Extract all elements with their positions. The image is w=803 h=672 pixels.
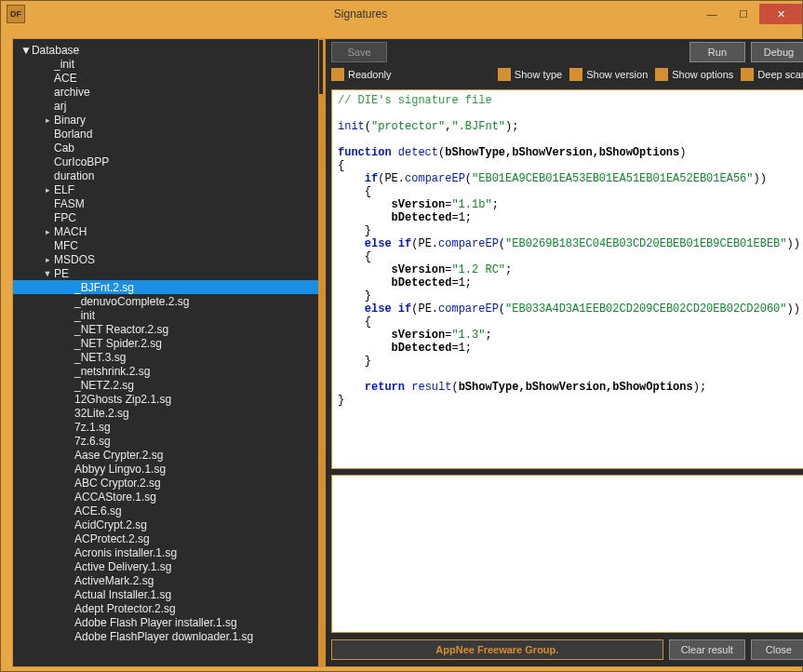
tree-item[interactable]: Borland xyxy=(13,127,324,141)
window-close-button[interactable]: ✕ xyxy=(759,4,802,24)
brand-link[interactable]: AppNee Freeware Group. xyxy=(435,644,558,655)
tree-root[interactable]: ▼Database xyxy=(13,43,324,57)
tree-item[interactable]: 7z.1.sg xyxy=(13,420,324,434)
tree-item[interactable]: Cab xyxy=(13,141,324,155)
tree-item[interactable]: 32Lite.2.sg xyxy=(13,406,324,420)
database-tree[interactable]: ▼Database_initACEarchivearj▸BinaryBorlan… xyxy=(13,39,324,666)
tree-item[interactable]: archive xyxy=(13,85,324,99)
signatures-window: DF Signatures — ☐ ✕ ▼Database_initACEarc… xyxy=(0,0,803,672)
code-editor[interactable]: // DIE's signature file init("protector"… xyxy=(331,89,803,469)
tree-item[interactable]: 12Ghosts Zip2.1.sg xyxy=(13,392,324,406)
tree-item[interactable]: ▼PE xyxy=(13,266,324,280)
tree-item[interactable]: 7z.6.sg xyxy=(13,434,324,448)
options-row: Readonly Show type Show version Show opt… xyxy=(326,65,803,87)
tree-item[interactable]: ABC Cryptor.2.sg xyxy=(13,476,324,490)
show-options-checkbox[interactable]: Show options xyxy=(655,68,733,81)
tree-item[interactable]: _BJFnt.2.sg xyxy=(13,280,324,294)
output-panel[interactable] xyxy=(331,475,803,633)
tree-item[interactable]: _NETZ.2.sg xyxy=(13,378,324,392)
deep-scan-checkbox[interactable]: Deep scan xyxy=(741,68,803,81)
tree-item[interactable]: ▸ELF xyxy=(13,182,324,196)
debug-button[interactable]: Debug xyxy=(751,42,803,62)
editor-toolbar: Save Run Debug xyxy=(326,39,803,65)
tree-scrollbar[interactable] xyxy=(318,39,324,666)
tree-item[interactable]: Adept Protector.2.sg xyxy=(13,601,324,615)
editor-pane: Save Run Debug Readonly Show type Show v… xyxy=(326,39,803,666)
tree-item[interactable]: _denuvoComplete.2.sg xyxy=(13,294,324,308)
tree-item[interactable]: duration xyxy=(13,168,324,182)
maximize-button[interactable]: ☐ xyxy=(728,4,759,24)
run-button[interactable]: Run xyxy=(689,42,745,62)
tree-item[interactable]: Actual Installer.1.sg xyxy=(13,587,324,601)
database-tree-pane: ▼Database_initACEarchivearj▸BinaryBorlan… xyxy=(13,39,326,666)
tree-item[interactable]: FPC xyxy=(13,210,324,224)
tree-item[interactable]: ACCAStore.1.sg xyxy=(13,490,324,504)
save-button[interactable]: Save xyxy=(331,42,387,62)
tree-item[interactable]: ACE xyxy=(13,71,324,85)
tree-item[interactable]: arj xyxy=(13,99,324,113)
clear-result-button[interactable]: Clear result xyxy=(669,639,745,660)
tree-item[interactable]: Adobe Flash Player installer.1.sg xyxy=(13,615,324,629)
tree-item[interactable]: Abbyy Lingvo.1.sg xyxy=(13,462,324,476)
show-type-checkbox[interactable]: Show type xyxy=(498,68,562,81)
readonly-checkbox[interactable]: Readonly xyxy=(331,68,391,81)
tree-item[interactable]: _init xyxy=(13,57,324,71)
status-strip: AppNee Freeware Group. xyxy=(331,639,663,660)
tree-item[interactable]: Aase Crypter.2.sg xyxy=(13,448,324,462)
tree-item[interactable]: MFC xyxy=(13,238,324,252)
titlebar[interactable]: DF Signatures — ☐ ✕ xyxy=(1,1,802,27)
tree-item[interactable]: ACE.6.sg xyxy=(13,504,324,517)
tree-item[interactable]: _init xyxy=(13,308,324,322)
tree-item[interactable]: ▸MSDOS xyxy=(13,252,324,266)
window-title: Signatures xyxy=(25,7,696,20)
tree-item[interactable]: ActiveMark.2.sg xyxy=(13,573,324,587)
tree-item[interactable]: _NET Reactor.2.sg xyxy=(13,322,324,336)
tree-item[interactable]: Acronis installer.1.sg xyxy=(13,545,324,559)
close-button[interactable]: Close xyxy=(751,639,803,660)
tree-item[interactable]: _NET Spider.2.sg xyxy=(13,336,324,350)
tree-item[interactable]: AcidCrypt.2.sg xyxy=(13,517,324,531)
app-icon: DF xyxy=(7,5,25,23)
show-version-checkbox[interactable]: Show version xyxy=(569,68,648,81)
minimize-button[interactable]: — xyxy=(696,4,728,24)
tree-item[interactable]: ▸MACH xyxy=(13,224,324,238)
tree-item[interactable]: _netshrink.2.sg xyxy=(13,364,324,378)
tree-item[interactable]: ▸Binary xyxy=(13,113,324,127)
tree-item[interactable]: Adobe FlashPlayer downloader.1.sg xyxy=(13,629,324,643)
bottom-bar: AppNee Freeware Group. Clear result Clos… xyxy=(326,638,803,666)
tree-item[interactable]: CurIcoBPP xyxy=(13,155,324,168)
tree-item[interactable]: Active Delivery.1.sg xyxy=(13,559,324,573)
tree-item[interactable]: ACProtect.2.sg xyxy=(13,531,324,545)
tree-item[interactable]: FASM xyxy=(13,196,324,210)
tree-item[interactable]: _NET.3.sg xyxy=(13,350,324,364)
